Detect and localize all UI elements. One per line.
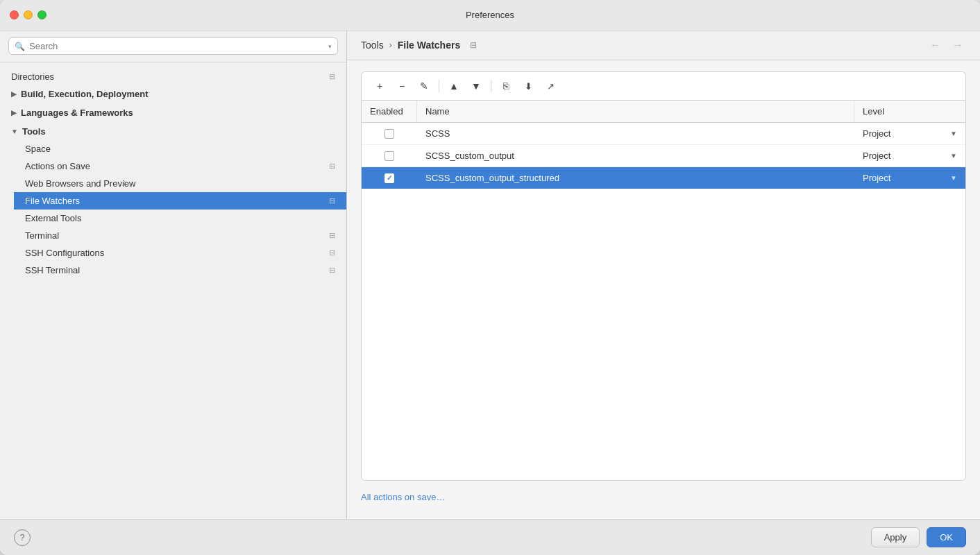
sidebar-item-file-watchers[interactable]: File Watchers ⊟ (14, 192, 346, 210)
row-2-checkbox[interactable] (385, 151, 394, 161)
maximize-button[interactable] (37, 10, 47, 19)
ok-button[interactable]: OK (927, 527, 966, 547)
close-button[interactable] (10, 10, 19, 19)
sidebar-group-build: ▶ Build, Execution, Deployment (0, 85, 346, 103)
breadcrumb: Tools › File Watchers ⊟ (361, 40, 477, 51)
panel-header: Tools › File Watchers ⊟ ← → (347, 31, 980, 60)
add-button[interactable]: + (370, 78, 389, 94)
table-row[interactable]: SCSS_custom_output Project ▼ (362, 145, 965, 167)
row-3-level-cell[interactable]: Project ▼ (854, 167, 965, 189)
sidebar-group-tools: ▼ Tools Space Actions on Save ⊟ Web Brow… (0, 123, 346, 279)
toolbar-separator-2 (491, 80, 491, 92)
move-up-button[interactable]: ▲ (444, 78, 464, 94)
breadcrumb-icon: ⊟ (470, 40, 477, 50)
file-watchers-icon: ⊟ (329, 196, 335, 205)
row-2-level-cell[interactable]: Project ▼ (854, 145, 965, 166)
window-title: Preferences (466, 10, 514, 20)
table-header: Enabled Name Level (362, 101, 965, 123)
sidebar-group-languages: ▶ Languages & Frameworks (0, 104, 346, 121)
toolbar-separator-1 (439, 80, 439, 92)
table-row[interactable]: SCSS Project ▼ (362, 123, 965, 145)
row-2-enabled-cell[interactable] (362, 146, 417, 166)
sidebar-item-ssh-configurations[interactable]: SSH Configurations ⊟ (14, 244, 346, 262)
panel-nav: ← → (927, 39, 966, 51)
row-1-checkbox[interactable] (385, 129, 394, 139)
apply-button[interactable]: Apply (871, 527, 920, 547)
move-down-button[interactable]: ▼ (466, 78, 486, 94)
move-down-icon: ▼ (471, 80, 481, 92)
expand-icon: ▶ (11, 109, 17, 117)
export-icon: ↗ (547, 81, 555, 92)
search-bar: 🔍 ▾ (0, 31, 346, 62)
all-actions-on-save-link[interactable]: All actions on save… (361, 481, 966, 508)
row-3-level-arrow[interactable]: ▼ (950, 174, 957, 182)
table-row[interactable]: SCSS_custom_output_structured Project ▼ (362, 167, 965, 189)
sidebar-item-actions-on-save[interactable]: Actions on Save ⊟ (14, 157, 346, 175)
directories-icon: ⊟ (329, 72, 335, 81)
row-2-level-arrow[interactable]: ▼ (950, 152, 957, 160)
col-header-level: Level (854, 101, 965, 122)
minimize-button[interactable] (24, 10, 33, 19)
traffic-lights (10, 10, 47, 19)
footer: ? Apply OK (0, 519, 980, 555)
col-header-name: Name (417, 101, 854, 122)
search-input-wrapper[interactable]: 🔍 ▾ (8, 37, 338, 55)
main-content: 🔍 ▾ Directories ⊟ ▶ Build, Execution, De… (0, 31, 980, 519)
sidebar-item-tools[interactable]: ▼ Tools (0, 123, 346, 140)
sidebar-children-tools: Space Actions on Save ⊟ Web Browsers and… (0, 140, 346, 279)
remove-icon: − (399, 80, 405, 92)
search-dropdown-arrow[interactable]: ▾ (328, 43, 332, 50)
row-3-enabled-cell[interactable] (362, 168, 417, 189)
terminal-icon: ⊟ (329, 231, 335, 240)
help-button[interactable]: ? (14, 529, 31, 546)
ssh-terminal-icon: ⊟ (329, 266, 335, 275)
sidebar-item-ssh-terminal[interactable]: SSH Terminal ⊟ (14, 262, 346, 279)
breadcrumb-parent: Tools (361, 40, 384, 51)
sidebar-item-terminal[interactable]: Terminal ⊟ (14, 227, 346, 244)
row-1-level-text: Project (863, 128, 890, 139)
edit-button[interactable]: ✎ (414, 78, 434, 94)
nav-back-button[interactable]: ← (927, 39, 944, 51)
actions-on-save-icon: ⊟ (329, 162, 335, 171)
row-1-enabled-cell[interactable] (362, 123, 417, 144)
row-1-name-cell: SCSS (417, 123, 854, 144)
row-1-level-cell[interactable]: Project ▼ (854, 123, 965, 144)
copy-button[interactable]: ⎘ (496, 78, 516, 94)
row-2-level-text: Project (863, 151, 890, 161)
sidebar-item-web-browsers[interactable]: Web Browsers and Preview (14, 175, 346, 192)
sidebar-content: Directories ⊟ ▶ Build, Execution, Deploy… (0, 62, 346, 519)
sidebar-item-languages-frameworks[interactable]: ▶ Languages & Frameworks (0, 104, 346, 121)
col-header-enabled: Enabled (362, 101, 417, 122)
row-2-name-cell: SCSS_custom_output (417, 145, 854, 166)
import-button[interactable]: ⬇ (518, 78, 538, 94)
sidebar-item-external-tools[interactable]: External Tools (14, 210, 346, 227)
breadcrumb-separator: › (389, 40, 392, 50)
row-3-level-text: Project (863, 173, 890, 183)
sidebar-item-build-execution-deployment[interactable]: ▶ Build, Execution, Deployment (0, 85, 346, 103)
sidebar-item-directories[interactable]: Directories ⊟ (0, 68, 346, 85)
row-1-level-arrow[interactable]: ▼ (950, 130, 957, 137)
right-panel: Tools › File Watchers ⊟ ← → + − (347, 31, 980, 519)
edit-icon: ✎ (420, 80, 428, 92)
file-watchers-table: Enabled Name Level SCSS Project ▼ (361, 100, 966, 481)
row-3-name-cell: SCSS_custom_output_structured (417, 167, 854, 189)
titlebar: Preferences (0, 0, 980, 31)
footer-left: ? (14, 529, 31, 546)
remove-button[interactable]: − (392, 78, 412, 94)
row-3-checkbox[interactable] (385, 173, 394, 183)
breadcrumb-current: File Watchers (398, 40, 461, 51)
search-icon: 🔍 (15, 42, 25, 51)
sidebar-item-space[interactable]: Space (14, 140, 346, 157)
panel-body: + − ✎ ▲ ▼ (347, 60, 980, 519)
expand-icon-tools: ▼ (11, 128, 18, 135)
import-icon: ⬇ (525, 81, 532, 92)
search-input[interactable] (29, 41, 324, 51)
nav-forward-button[interactable]: → (949, 39, 966, 51)
ssh-config-icon: ⊟ (329, 248, 335, 257)
toolbar: + − ✎ ▲ ▼ (361, 71, 966, 100)
expand-icon: ▶ (11, 90, 17, 98)
move-up-icon: ▲ (449, 80, 459, 92)
sidebar: 🔍 ▾ Directories ⊟ ▶ Build, Execution, De… (0, 31, 347, 519)
export-button[interactable]: ↗ (541, 78, 560, 94)
add-icon: + (377, 80, 382, 92)
